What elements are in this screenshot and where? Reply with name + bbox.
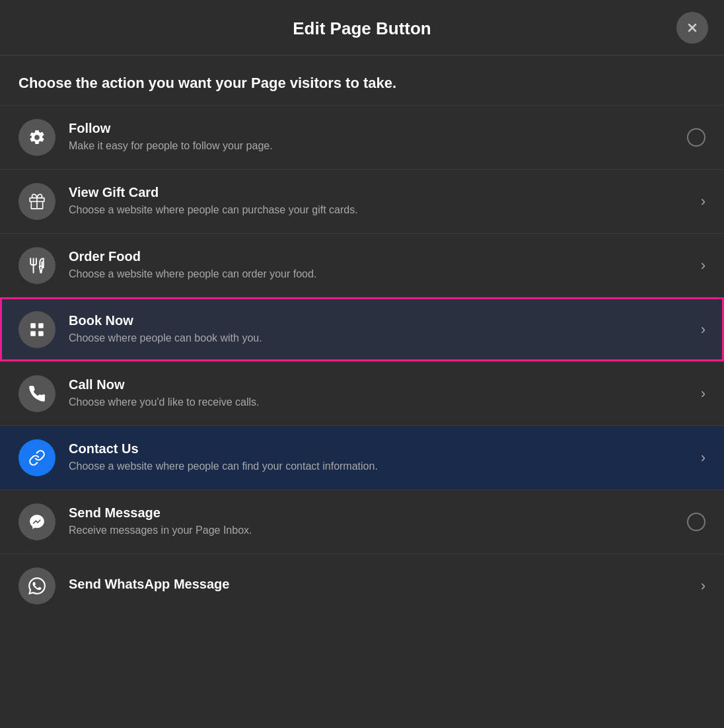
call-now-icon-circle xyxy=(18,375,55,412)
whatsapp-icon-circle xyxy=(18,567,55,604)
book-now-icon-circle xyxy=(18,311,55,348)
contact-us-icon-circle xyxy=(18,439,55,476)
send-message-text: Send Message Receive messages in your Pa… xyxy=(69,505,676,538)
link-icon xyxy=(28,449,46,466)
order-food-chevron: › xyxy=(701,257,706,273)
gift-card-chevron: › xyxy=(701,193,706,209)
svg-rect-3 xyxy=(38,331,44,336)
close-icon xyxy=(686,21,699,34)
gift-card-action: › xyxy=(701,193,706,210)
phone-icon xyxy=(28,385,46,402)
gift-card-description: Choose a website where people can purcha… xyxy=(69,203,690,217)
gift-card-title: View Gift Card xyxy=(69,185,690,200)
list-item-order-food[interactable]: Order Food Choose a website where people… xyxy=(0,233,724,297)
list-item-book-now[interactable]: Book Now Choose where people can book wi… xyxy=(0,297,724,361)
follow-title: Follow xyxy=(69,121,676,136)
book-now-description: Choose where people can book with you. xyxy=(69,331,690,346)
contact-us-description: Choose a website where people can find y… xyxy=(69,459,690,474)
whatsapp-title: Send WhatsApp Message xyxy=(69,577,690,592)
modal-title: Edit Page Button xyxy=(293,18,431,39)
gear-icon xyxy=(28,129,46,146)
gift-icon xyxy=(28,193,46,210)
book-now-title: Book Now xyxy=(69,313,690,328)
calendar-grid-icon xyxy=(28,321,46,338)
send-message-icon-circle xyxy=(18,503,55,540)
call-now-text: Call Now Choose where you'd like to rece… xyxy=(69,377,690,410)
send-message-action xyxy=(687,513,706,531)
section-description: Choose the action you want your Page vis… xyxy=(0,55,724,105)
modal-body: Choose the action you want your Page vis… xyxy=(0,55,724,728)
call-now-description: Choose where you'd like to receive calls… xyxy=(69,395,690,410)
call-now-title: Call Now xyxy=(69,377,690,392)
gift-card-text: View Gift Card Choose a website where pe… xyxy=(69,185,690,217)
svg-rect-1 xyxy=(38,323,44,328)
order-food-text: Order Food Choose a website where people… xyxy=(69,249,690,281)
contact-us-chevron: › xyxy=(701,449,706,466)
svg-rect-2 xyxy=(30,331,36,336)
list-item-view-gift-card[interactable]: View Gift Card Choose a website where pe… xyxy=(0,169,724,233)
contact-us-action: › xyxy=(701,449,706,466)
call-now-action: › xyxy=(701,385,706,402)
order-food-description: Choose a website where people can order … xyxy=(69,267,690,281)
order-food-action: › xyxy=(701,257,706,274)
order-food-icon-circle xyxy=(18,247,55,284)
follow-radio[interactable] xyxy=(687,128,706,147)
book-now-text: Book Now Choose where people can book wi… xyxy=(69,313,690,346)
send-message-description: Receive messages in your Page Inbox. xyxy=(69,523,676,538)
book-now-action: › xyxy=(701,321,706,338)
list-item-call-now[interactable]: Call Now Choose where you'd like to rece… xyxy=(0,361,724,425)
call-now-chevron: › xyxy=(701,385,706,402)
follow-action xyxy=(687,128,706,147)
messenger-icon xyxy=(28,513,46,530)
send-message-title: Send Message xyxy=(69,505,676,521)
follow-text: Follow Make it easy for people to follow… xyxy=(69,121,676,153)
order-food-title: Order Food xyxy=(69,249,690,264)
list-item-contact-us[interactable]: Contact Us Choose a website where people… xyxy=(0,425,724,490)
modal-container: Edit Page Button Choose the action you w… xyxy=(0,0,724,728)
modal-header: Edit Page Button xyxy=(0,0,724,55)
whatsapp-chevron: › xyxy=(701,577,706,594)
close-button[interactable] xyxy=(676,12,708,44)
whatsapp-text: Send WhatsApp Message xyxy=(69,577,690,595)
contact-us-title: Contact Us xyxy=(69,441,690,456)
contact-us-text: Contact Us Choose a website where people… xyxy=(69,441,690,474)
list-item-follow[interactable]: Follow Make it easy for people to follow… xyxy=(0,105,724,169)
list-item-send-message[interactable]: Send Message Receive messages in your Pa… xyxy=(0,490,724,554)
list-item-send-whatsapp[interactable]: Send WhatsApp Message › xyxy=(0,554,724,618)
send-message-radio[interactable] xyxy=(687,513,706,531)
whatsapp-action: › xyxy=(701,577,706,595)
book-now-chevron: › xyxy=(701,321,706,338)
follow-description: Make it easy for people to follow your p… xyxy=(69,139,676,153)
follow-icon-circle xyxy=(18,119,55,156)
gift-card-icon-circle xyxy=(18,183,55,220)
svg-rect-0 xyxy=(30,323,36,328)
utensils-icon xyxy=(28,257,46,274)
whatsapp-icon xyxy=(28,577,46,595)
